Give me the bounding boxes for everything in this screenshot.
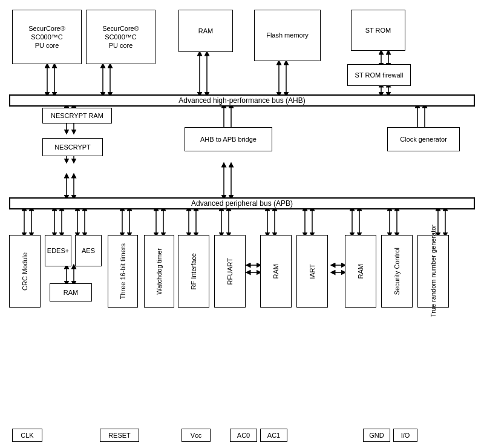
watchdog-label: Watchdog timer [155,248,163,295]
ram-edes-label: RAM [64,288,78,297]
ram-top-label: RAM [198,27,213,35]
clk-label: CLK [21,432,33,439]
cpu1-label: SecurCore®SC000™CPU core [28,24,65,50]
clock-gen-label: Clock generator [400,135,447,143]
edes-label: EDES+ [47,246,69,255]
aes-block: AES [75,235,102,266]
crc-label: CRC Module [21,252,29,291]
flash-block: Flash memory [254,10,321,61]
edes-block: EDES+ [45,235,71,266]
rf-interface-label: RF Interface [189,253,198,290]
rf-interface-block: RF Interface [178,235,209,308]
nescrypt-label: NESCRYPT [54,143,91,151]
ac0-label-box: AC0 [230,429,257,442]
cpu2-label: SecurCore®SC000™CPU core [102,24,139,50]
security-ctrl-block: Security Control [381,235,413,308]
ram-rfuart-block: RAM [260,235,292,308]
crc-block: CRC Module [9,235,41,308]
ram-iart-block: RAM [345,235,376,308]
iart-block: IART [296,235,328,308]
nescrypt-ram-block: NESCRYPT RAM [42,108,112,124]
reset-label-box: RESET [100,429,139,442]
ahb-apb-bridge-block: AHB to APB bridge [185,127,272,151]
aes-label: AES [82,246,95,255]
ahb-apb-bridge-label: AHB to APB bridge [200,135,257,143]
trng-label: True random number generator [429,225,437,317]
reset-label: RESET [108,432,131,439]
ram-edes-block: RAM [50,283,92,301]
iart-label: IART [308,264,316,279]
clk-label-box: CLK [12,429,42,442]
gnd-label: GND [369,432,384,439]
vcc-label: Vcc [191,432,201,439]
security-ctrl-label: Security Control [393,248,401,295]
nescrypt-block: NESCRYPT [42,138,103,156]
ram-iart-label: RAM [356,264,365,278]
rfuart-block: RFUART [214,235,246,308]
watchdog-block: Watchdog timer [144,235,174,308]
st-rom-block: ST ROM [351,10,405,51]
nescrypt-ram-label: NESCRYPT RAM [51,111,103,120]
cpu1-block: SecurCore®SC000™CPU core [12,10,82,64]
gnd-label-box: GND [363,429,390,442]
cpu2-block: SecurCore®SC000™CPU core [86,10,155,64]
ac0-label: AC0 [237,432,250,439]
io-label-box: I/O [393,429,417,442]
trng-block: True random number generator [417,235,449,308]
st-rom-firewall-label: ST ROM firewall [355,71,404,79]
st-rom-label: ST ROM [365,26,391,35]
timers-label: Three 16-bit timers [119,243,127,299]
apb-bus: Advanced peripheral bus (APB) [9,197,475,209]
ahb-label: Advanced high-performance bus (AHB) [178,96,305,105]
ram-top-block: RAM [178,10,233,52]
ram-rfuart-label: RAM [272,264,280,278]
apb-label: Advanced peripheral bus (APB) [191,199,293,208]
timers-block: Three 16-bit timers [108,235,138,308]
ac1-label: AC1 [267,432,280,439]
block-diagram: SecurCore®SC000™CPU core SecurCore®SC000… [6,5,478,443]
vcc-label-box: Vcc [182,429,211,442]
rfuart-label: RFUART [226,258,234,285]
ac1-label-box: AC1 [260,429,287,442]
io-label: I/O [401,432,410,439]
clock-gen-block: Clock generator [387,127,460,151]
flash-label: Flash memory [266,31,309,39]
st-rom-firewall-block: ST ROM firewall [347,64,411,86]
ahb-bus: Advanced high-performance bus (AHB) [9,94,475,107]
